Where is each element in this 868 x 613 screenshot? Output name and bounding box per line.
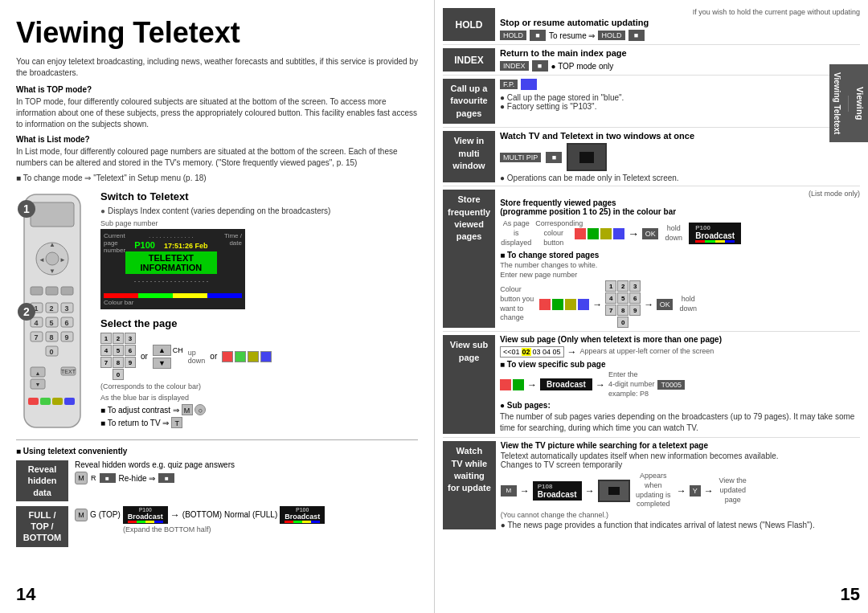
change-colour-btns [539, 299, 589, 310]
index-section: INDEX Return to the main index page INDE… [443, 48, 860, 76]
top-mode-heading: What is TOP mode? [16, 85, 418, 94]
svg-point-3 [46, 252, 59, 265]
full-label: FULL / TOP / BOTTOM [16, 506, 68, 547]
subpage-indicator: <<01 02 03 04 05 [500, 346, 564, 358]
steps-content: Switch to Teletext ● Displays Index cont… [100, 190, 418, 433]
subpage-label: View sub page [443, 335, 495, 434]
hold-diagram: HOLD ■ To resume ⇒ HOLD ■ [500, 30, 860, 41]
change-pages-title: ■ To change stored pages [500, 251, 860, 260]
favourite-note1: ● Call up the page stored in "blue". [500, 93, 860, 102]
step2-section: Select the page 1 2 3 4 5 6 7 8 9 0 [100, 317, 418, 428]
top-label: (TOP) [99, 510, 121, 519]
view-updated: View the updated page [717, 476, 749, 505]
appears-label: Appears at upper-left corner of the scre… [580, 347, 714, 357]
subpage-specific-diagram: → Broadcast → Enter the4-digit number ex… [500, 370, 860, 398]
multiwindow-section: View in multi window Watch TV and Telete… [443, 131, 860, 186]
t0005-label: T0005 [657, 380, 685, 390]
hold-btn-small[interactable]: ■ [158, 473, 174, 483]
ch-up-btn[interactable]: ▲ [153, 345, 171, 356]
colour-bar-note: (Corresponds to the colour bar) [100, 382, 418, 390]
page-title: Viewing Teletext [16, 16, 418, 50]
index-label: INDEX [443, 48, 495, 72]
hold-key2: HOLD [598, 31, 624, 40]
watch-label: Watch TV while waiting for update [443, 441, 496, 529]
svg-text:▼: ▼ [49, 268, 55, 275]
news-note: ● The news page provides a function that… [501, 521, 860, 529]
colour-bar [104, 293, 242, 298]
svg-rect-35 [28, 398, 39, 405]
svg-text:◄: ◄ [39, 256, 45, 264]
current-page-label: Currentpagenumber [104, 232, 125, 292]
teletext-title-bar: TELETEXT INFORMATION [125, 251, 217, 274]
text-btn[interactable]: T [171, 417, 182, 428]
numpad-store: 1 2 3 4 5 6 7 8 9 0 [605, 280, 641, 328]
favourite-icon [521, 79, 537, 90]
enter-page-note: Enter new page number [500, 271, 860, 279]
bottom-label: (BOTTOM) [182, 510, 222, 519]
svg-text:▼: ▼ [35, 382, 41, 387]
joystick-btn[interactable]: ○ [194, 404, 206, 415]
colour-buttons [222, 351, 272, 362]
bottom-section: ■ Using teletext conveniently Reveal hid… [16, 439, 418, 547]
hold-icon: ■ [530, 30, 546, 41]
viewing-teletext-label: Viewing Teletext [833, 72, 841, 134]
rehide-btn[interactable]: ■ [100, 473, 116, 483]
svg-rect-38 [64, 398, 75, 405]
mode-note: ■ To change mode ⇒ "Teletext" in Setup m… [16, 174, 418, 182]
favourite-section: Call up a favourite pages F.P. ● Call up… [443, 79, 860, 128]
svg-rect-10 [61, 287, 73, 295]
svg-rect-9 [46, 287, 58, 295]
ch-down-btn[interactable]: ▼ [153, 358, 171, 369]
y-btn[interactable]: Y [690, 485, 701, 497]
multiwindow-label: View in multi window [443, 131, 495, 182]
broadcast-label: P100 Broadcast [689, 223, 741, 244]
fp-key: F.P. [500, 80, 518, 89]
menu-btn2[interactable]: M [75, 472, 88, 484]
remote-illustration: ▲ ▼ ◄ ► 1 2 3 4 5 6 [16, 190, 92, 433]
store-diagram: As page is displayed Corresponding colou… [500, 219, 860, 247]
view-specific-title: ■ To view specific sub page [500, 360, 860, 369]
return-tv-note: ■ To return to TV ⇒ T [100, 417, 418, 428]
store-title: Store frequently viewed pages (programme… [500, 198, 860, 216]
list-mode-heading: What is List mode? [16, 135, 418, 144]
hold-top-note: If you wish to hold the current page wit… [500, 8, 860, 16]
svg-text:2: 2 [49, 304, 53, 313]
ok-btn2[interactable]: OK [657, 299, 673, 310]
watch-detail: Teletext automatically updates itself wh… [501, 452, 860, 469]
step2-number: 2 [18, 303, 35, 321]
step2-nav: 1 2 3 4 5 6 7 8 9 0 or [100, 333, 418, 380]
favourite-diagram: F.P. [500, 79, 860, 90]
ok-btn[interactable]: OK [642, 228, 658, 239]
hold-down-label: hold down [661, 224, 686, 243]
svg-text:TEXT: TEXT [61, 369, 76, 374]
index-diagram: INDEX ■ ● TOP mode only [500, 60, 860, 72]
change-pages-note: The number changes to white. [500, 261, 860, 269]
reveal-label: Reveal hidden data [16, 460, 68, 501]
watch-inner-screen [608, 487, 620, 495]
page-number-display: P100 17:51:26 Feb [125, 240, 217, 250]
svg-rect-8 [31, 287, 43, 295]
full-detail: M G (TOP) P100 Broadcast → ( [75, 506, 418, 533]
menu-btn3[interactable]: M [75, 509, 88, 521]
sub-page-label: Sub page number [100, 219, 418, 227]
intro-text: You can enjoy teletext broadcasting, inc… [16, 56, 418, 79]
viewing-label: Viewing [855, 87, 865, 120]
hold-label: HOLD [443, 8, 495, 41]
step1-bullet1: ● Displays Index content (varies dependi… [100, 206, 418, 215]
list-mode-text: In List mode, four differently coloured … [16, 146, 418, 169]
reveal-row: Reveal hidden data Reveal hidden words e… [16, 460, 418, 501]
svg-text:5: 5 [49, 319, 53, 327]
index-icon: ■ [532, 60, 548, 72]
svg-text:6: 6 [64, 319, 68, 327]
multiwindow-note: ● Operations can be made only in Teletex… [500, 174, 860, 182]
hold-section: HOLD If you wish to hold the current pag… [443, 8, 860, 45]
subpage-indicator-diagram: <<01 02 03 04 05 → Appears at upper-left… [500, 346, 860, 358]
menu-btn4[interactable]: M [501, 485, 517, 497]
top-mode-text: In TOP mode, four differently coloured s… [16, 96, 418, 130]
multiwindow-diagram: MULTI PIP ■ [500, 143, 860, 171]
right-page: HOLD If you wish to hold the current pag… [434, 0, 868, 613]
menu-btn[interactable]: M [182, 404, 193, 415]
watch-section: Watch TV while waiting for update View t… [443, 441, 860, 529]
ch-buttons: ▲ CH ▼ [153, 345, 183, 369]
inner-screen [579, 152, 594, 163]
